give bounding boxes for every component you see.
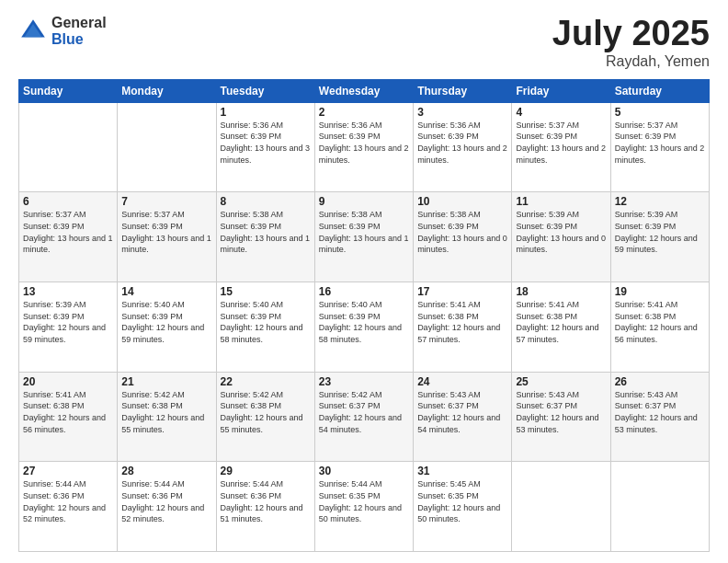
day-number: 27 bbox=[23, 465, 113, 477]
day-info: Sunrise: 5:38 AM Sunset: 6:39 PM Dayligh… bbox=[221, 209, 311, 255]
calendar-cell: 30Sunrise: 5:44 AM Sunset: 6:35 PM Dayli… bbox=[314, 462, 413, 552]
calendar-week-4: 20Sunrise: 5:41 AM Sunset: 6:38 PM Dayli… bbox=[19, 372, 710, 462]
header-wednesday: Wednesday bbox=[314, 79, 413, 102]
day-info: Sunrise: 5:36 AM Sunset: 6:39 PM Dayligh… bbox=[417, 120, 507, 166]
day-number: 8 bbox=[221, 195, 311, 208]
day-info: Sunrise: 5:39 AM Sunset: 6:39 PM Dayligh… bbox=[516, 209, 606, 255]
calendar-cell bbox=[19, 102, 118, 192]
day-info: Sunrise: 5:42 AM Sunset: 6:38 PM Dayligh… bbox=[221, 389, 311, 435]
day-info: Sunrise: 5:45 AM Sunset: 6:35 PM Dayligh… bbox=[417, 478, 507, 524]
calendar-cell: 6Sunrise: 5:37 AM Sunset: 6:39 PM Daylig… bbox=[19, 192, 118, 282]
calendar-cell bbox=[610, 462, 709, 552]
calendar-week-2: 6Sunrise: 5:37 AM Sunset: 6:39 PM Daylig… bbox=[19, 192, 710, 282]
day-info: Sunrise: 5:39 AM Sunset: 6:39 PM Dayligh… bbox=[615, 209, 705, 255]
day-info: Sunrise: 5:43 AM Sunset: 6:37 PM Dayligh… bbox=[516, 389, 606, 435]
day-number: 28 bbox=[121, 465, 211, 477]
day-info: Sunrise: 5:40 AM Sunset: 6:39 PM Dayligh… bbox=[319, 299, 409, 345]
calendar-cell: 16Sunrise: 5:40 AM Sunset: 6:39 PM Dayli… bbox=[314, 282, 413, 373]
day-number: 9 bbox=[319, 195, 409, 208]
day-info: Sunrise: 5:37 AM Sunset: 6:39 PM Dayligh… bbox=[516, 120, 606, 166]
logo-blue: Blue bbox=[51, 31, 107, 48]
day-info: Sunrise: 5:44 AM Sunset: 6:36 PM Dayligh… bbox=[121, 478, 211, 524]
calendar-cell: 7Sunrise: 5:37 AM Sunset: 6:39 PM Daylig… bbox=[118, 192, 216, 282]
calendar-cell: 1Sunrise: 5:36 AM Sunset: 6:39 PM Daylig… bbox=[216, 102, 314, 192]
day-number: 26 bbox=[615, 375, 705, 388]
day-number: 22 bbox=[221, 375, 311, 388]
header-monday: Monday bbox=[118, 79, 216, 102]
calendar-cell: 23Sunrise: 5:42 AM Sunset: 6:37 PM Dayli… bbox=[314, 372, 413, 462]
calendar-cell: 29Sunrise: 5:44 AM Sunset: 6:36 PM Dayli… bbox=[216, 462, 314, 552]
day-info: Sunrise: 5:41 AM Sunset: 6:38 PM Dayligh… bbox=[417, 299, 507, 345]
day-number: 16 bbox=[319, 285, 409, 298]
logo: General Blue bbox=[18, 15, 107, 47]
calendar-cell: 31Sunrise: 5:45 AM Sunset: 6:35 PM Dayli… bbox=[414, 462, 512, 552]
calendar-cell: 19Sunrise: 5:41 AM Sunset: 6:38 PM Dayli… bbox=[610, 282, 709, 373]
header-friday: Friday bbox=[512, 79, 610, 102]
calendar-cell: 18Sunrise: 5:41 AM Sunset: 6:38 PM Dayli… bbox=[512, 282, 610, 373]
day-number: 14 bbox=[121, 285, 211, 298]
calendar-cell: 3Sunrise: 5:36 AM Sunset: 6:39 PM Daylig… bbox=[414, 102, 512, 192]
day-number: 6 bbox=[23, 195, 113, 208]
calendar-cell: 14Sunrise: 5:40 AM Sunset: 6:39 PM Dayli… bbox=[118, 282, 216, 373]
day-info: Sunrise: 5:40 AM Sunset: 6:39 PM Dayligh… bbox=[121, 299, 211, 345]
calendar-cell: 27Sunrise: 5:44 AM Sunset: 6:36 PM Dayli… bbox=[19, 462, 118, 552]
logo-text: General Blue bbox=[51, 15, 107, 47]
day-number: 15 bbox=[221, 285, 311, 298]
calendar-cell: 8Sunrise: 5:38 AM Sunset: 6:39 PM Daylig… bbox=[216, 192, 314, 282]
day-number: 25 bbox=[516, 375, 606, 388]
day-info: Sunrise: 5:44 AM Sunset: 6:36 PM Dayligh… bbox=[23, 478, 113, 524]
day-number: 2 bbox=[319, 106, 409, 119]
day-info: Sunrise: 5:38 AM Sunset: 6:39 PM Dayligh… bbox=[417, 209, 507, 255]
day-number: 13 bbox=[23, 285, 113, 298]
day-number: 10 bbox=[417, 195, 507, 208]
calendar-cell: 9Sunrise: 5:38 AM Sunset: 6:39 PM Daylig… bbox=[314, 192, 413, 282]
day-info: Sunrise: 5:43 AM Sunset: 6:37 PM Dayligh… bbox=[615, 389, 705, 435]
calendar-cell: 20Sunrise: 5:41 AM Sunset: 6:38 PM Dayli… bbox=[19, 372, 118, 462]
day-number: 19 bbox=[615, 285, 705, 298]
day-info: Sunrise: 5:37 AM Sunset: 6:39 PM Dayligh… bbox=[121, 209, 211, 255]
day-number: 30 bbox=[319, 465, 409, 477]
calendar-cell: 13Sunrise: 5:39 AM Sunset: 6:39 PM Dayli… bbox=[19, 282, 118, 373]
calendar-table: Sunday Monday Tuesday Wednesday Thursday… bbox=[18, 79, 710, 552]
day-number: 1 bbox=[221, 106, 311, 119]
day-info: Sunrise: 5:39 AM Sunset: 6:39 PM Dayligh… bbox=[23, 299, 113, 345]
day-info: Sunrise: 5:43 AM Sunset: 6:37 PM Dayligh… bbox=[417, 389, 507, 435]
day-number: 29 bbox=[221, 465, 311, 477]
calendar-cell: 17Sunrise: 5:41 AM Sunset: 6:38 PM Dayli… bbox=[414, 282, 512, 373]
day-number: 21 bbox=[121, 375, 211, 388]
calendar-header-row: Sunday Monday Tuesday Wednesday Thursday… bbox=[19, 79, 710, 102]
day-info: Sunrise: 5:41 AM Sunset: 6:38 PM Dayligh… bbox=[23, 389, 113, 435]
day-number: 23 bbox=[319, 375, 409, 388]
calendar-week-5: 27Sunrise: 5:44 AM Sunset: 6:36 PM Dayli… bbox=[19, 462, 710, 552]
day-number: 5 bbox=[615, 106, 705, 119]
day-number: 7 bbox=[121, 195, 211, 208]
page: General Blue July 2025 Raydah, Yemen Sun… bbox=[0, 0, 728, 563]
calendar-week-1: 1Sunrise: 5:36 AM Sunset: 6:39 PM Daylig… bbox=[19, 102, 710, 192]
header-sunday: Sunday bbox=[19, 79, 118, 102]
day-info: Sunrise: 5:38 AM Sunset: 6:39 PM Dayligh… bbox=[319, 209, 409, 255]
day-number: 17 bbox=[417, 285, 507, 298]
title-location: Raydah, Yemen bbox=[552, 53, 710, 70]
day-number: 20 bbox=[23, 375, 113, 388]
day-info: Sunrise: 5:36 AM Sunset: 6:39 PM Dayligh… bbox=[319, 120, 409, 166]
day-number: 18 bbox=[516, 285, 606, 298]
day-number: 4 bbox=[516, 106, 606, 119]
day-number: 24 bbox=[417, 375, 507, 388]
calendar-cell: 15Sunrise: 5:40 AM Sunset: 6:39 PM Dayli… bbox=[216, 282, 314, 373]
calendar-week-3: 13Sunrise: 5:39 AM Sunset: 6:39 PM Dayli… bbox=[19, 282, 710, 373]
day-info: Sunrise: 5:40 AM Sunset: 6:39 PM Dayligh… bbox=[221, 299, 311, 345]
calendar-cell: 21Sunrise: 5:42 AM Sunset: 6:38 PM Dayli… bbox=[118, 372, 216, 462]
logo-general: General bbox=[51, 15, 107, 31]
calendar-cell: 26Sunrise: 5:43 AM Sunset: 6:37 PM Dayli… bbox=[610, 372, 709, 462]
day-info: Sunrise: 5:37 AM Sunset: 6:39 PM Dayligh… bbox=[23, 209, 113, 255]
day-info: Sunrise: 5:41 AM Sunset: 6:38 PM Dayligh… bbox=[615, 299, 705, 345]
logo-icon bbox=[18, 17, 48, 46]
header-tuesday: Tuesday bbox=[216, 79, 314, 102]
calendar-cell: 2Sunrise: 5:36 AM Sunset: 6:39 PM Daylig… bbox=[314, 102, 413, 192]
day-info: Sunrise: 5:36 AM Sunset: 6:39 PM Dayligh… bbox=[221, 120, 311, 166]
calendar-cell: 28Sunrise: 5:44 AM Sunset: 6:36 PM Dayli… bbox=[118, 462, 216, 552]
day-info: Sunrise: 5:44 AM Sunset: 6:35 PM Dayligh… bbox=[319, 478, 409, 524]
calendar-cell: 10Sunrise: 5:38 AM Sunset: 6:39 PM Dayli… bbox=[414, 192, 512, 282]
calendar-cell bbox=[118, 102, 216, 192]
day-info: Sunrise: 5:41 AM Sunset: 6:38 PM Dayligh… bbox=[516, 299, 606, 345]
